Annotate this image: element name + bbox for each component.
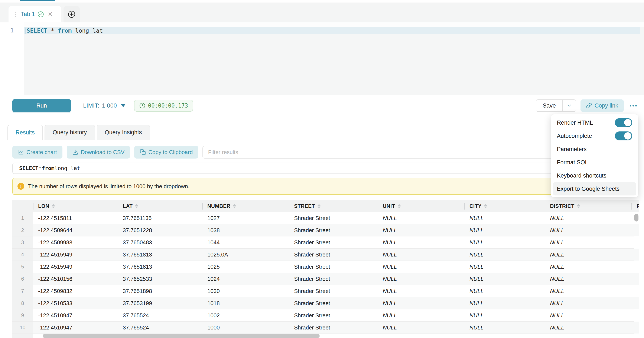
cell-unit: NULL bbox=[378, 224, 464, 236]
menu-item-keyboard-shortcuts[interactable]: Keyboard shortcuts bbox=[551, 169, 638, 182]
limit-dropdown[interactable]: LIMIT: 1 000 bbox=[83, 102, 126, 109]
cell-street: Shrader Street bbox=[289, 236, 378, 248]
row-number: 10 bbox=[12, 321, 33, 333]
menu-item-render-html[interactable]: Render HTML bbox=[551, 116, 638, 129]
cell-street: Shrader Street bbox=[289, 249, 378, 261]
download-to-csv-button[interactable]: Download to CSV bbox=[67, 146, 130, 158]
cell-street: Shrader Street bbox=[289, 273, 378, 285]
table-row[interactable]: 10-122.451094737.7655241000Shrader Stree… bbox=[12, 321, 634, 334]
cell-lat: 37.765524 bbox=[118, 321, 202, 333]
toggle-on[interactable] bbox=[615, 118, 632, 127]
menu-item-autocomplete[interactable]: Autocomplete bbox=[551, 129, 638, 142]
warning-text: The number of rows displayed is limited … bbox=[28, 183, 190, 190]
table-row[interactable]: 4-122.451594937.76518131025.0AShrader St… bbox=[12, 249, 634, 261]
cell-street: Shrader Street bbox=[289, 321, 378, 333]
column-header-district[interactable]: DISTRICT bbox=[545, 200, 632, 212]
tab-drag-handle-icon[interactable]: ⋮ bbox=[12, 11, 18, 18]
column-header-unit[interactable]: UNIT bbox=[378, 200, 464, 212]
cell-city: NULL bbox=[464, 261, 545, 273]
cell-number: 1000 bbox=[202, 321, 289, 333]
cell-lon: -122.4515811 bbox=[33, 212, 118, 224]
column-header-city[interactable]: CITY bbox=[464, 200, 545, 212]
cell-unit: NULL bbox=[378, 212, 464, 224]
more-options-menu: Render HTMLAutocompleteParametersFormat … bbox=[551, 114, 638, 197]
cell-city: NULL bbox=[464, 249, 545, 261]
row-number: 11 bbox=[12, 334, 33, 338]
cell-lon: -122.4510156 bbox=[33, 273, 118, 285]
results-table: LONLATNUMBERSTREETUNITCITYDISTRICTRE 1-1… bbox=[12, 200, 639, 338]
save-button[interactable]: Save bbox=[536, 100, 562, 111]
results-panel: ResultsQuery historyQuery Insights Creat… bbox=[0, 116, 644, 338]
table-row[interactable]: 1-122.451581137.76511351027Shrader Stree… bbox=[12, 212, 634, 224]
column-header-lat[interactable]: LAT bbox=[118, 200, 202, 212]
sql-keyword: from bbox=[58, 27, 72, 34]
table-row[interactable]: 3-122.450998337.76504831044Shrader Stree… bbox=[12, 236, 634, 249]
cell-unit: NULL bbox=[378, 309, 464, 321]
close-tab-icon[interactable]: ✕ bbox=[48, 11, 53, 18]
cell-unit: NULL bbox=[378, 236, 464, 248]
tab-query-history[interactable]: Query history bbox=[44, 125, 95, 140]
editor-caret bbox=[26, 28, 26, 34]
results-actions-row: Create chartDownload to CSVCopy to Clipb… bbox=[12, 146, 635, 158]
new-tab-button[interactable] bbox=[64, 6, 80, 22]
cell-lat: 37.7651135 bbox=[118, 212, 202, 224]
run-button[interactable]: Run bbox=[12, 99, 71, 112]
vertical-scrollbar[interactable] bbox=[634, 214, 638, 222]
sort-icon[interactable] bbox=[135, 204, 138, 208]
limit-label: LIMIT: bbox=[83, 102, 100, 109]
table-row[interactable]: 8-122.451053337.76531991018Shrader Stree… bbox=[12, 297, 634, 309]
editor-code-line[interactable]: SELECT * from long_lat bbox=[27, 27, 103, 34]
sort-icon[interactable] bbox=[318, 204, 320, 208]
copy-link-button[interactable]: Copy link bbox=[580, 99, 624, 112]
sort-icon[interactable] bbox=[398, 204, 401, 208]
column-header-number[interactable]: NUMBER bbox=[202, 200, 289, 212]
cell-lat: 37.7650483 bbox=[118, 236, 202, 248]
menu-item-parameters[interactable]: Parameters bbox=[551, 142, 638, 156]
cell-lat: 37.7651898 bbox=[118, 285, 202, 297]
table-header-row: LONLATNUMBERSTREETUNITCITYDISTRICTRE bbox=[12, 200, 639, 212]
cell-city: NULL bbox=[464, 321, 545, 333]
plus-circle-icon bbox=[68, 11, 76, 18]
toggle-on[interactable] bbox=[615, 131, 632, 140]
cell-unit: NULL bbox=[378, 297, 464, 309]
sort-icon[interactable] bbox=[233, 204, 236, 208]
table-row[interactable]: 5-122.451594937.76518131025Shrader Stree… bbox=[12, 261, 634, 273]
cell-lat: 37.765524 bbox=[118, 309, 202, 321]
table-row[interactable]: 6-122.451015637.76525331024Shrader Stree… bbox=[12, 273, 634, 285]
table-row[interactable]: 7-122.450983237.76518981030Shrader Stree… bbox=[12, 285, 634, 297]
tab-results[interactable]: Results bbox=[8, 125, 43, 140]
cell-lat: 37.7651813 bbox=[118, 249, 202, 261]
query-toolbar: Run LIMIT: 1 000 00:00:00.173 Save bbox=[0, 96, 644, 116]
sort-icon[interactable] bbox=[52, 204, 55, 208]
horizontal-scrollbar[interactable] bbox=[42, 334, 320, 338]
cell-street: Shrader Street bbox=[289, 309, 378, 321]
editor-top-padding bbox=[0, 22, 644, 27]
cell-lon: -122.4510947 bbox=[33, 321, 118, 333]
cell-city: NULL bbox=[464, 224, 545, 236]
cell-unit: NULL bbox=[378, 249, 464, 261]
sort-icon[interactable] bbox=[484, 204, 487, 208]
cell-re bbox=[632, 236, 639, 248]
cell-lon: -122.4510533 bbox=[33, 297, 118, 309]
menu-item-format-sql[interactable]: Format SQL bbox=[551, 156, 638, 169]
cell-number: 1038 bbox=[202, 224, 289, 236]
sort-icon[interactable] bbox=[577, 204, 580, 208]
table-row[interactable]: 2-122.450964437.76512281038Shrader Stree… bbox=[12, 224, 634, 236]
column-header-street[interactable]: STREET bbox=[289, 200, 378, 212]
tab-query-insights[interactable]: Query Insights bbox=[97, 125, 150, 140]
cell-city: NULL bbox=[464, 285, 545, 297]
tab-query-1[interactable]: ⋮ Tab 1 ✕ bbox=[8, 6, 61, 22]
cell-unit: NULL bbox=[378, 334, 464, 338]
copy-to-clipboard-button[interactable]: Copy to Clipboard bbox=[134, 146, 198, 158]
limit-value: 1 000 bbox=[102, 102, 117, 109]
column-header-lon[interactable]: LON bbox=[33, 200, 118, 212]
create-chart-button[interactable]: Create chart bbox=[12, 146, 62, 158]
sql-editor[interactable]: 1 SELECT * from long_lat bbox=[0, 22, 644, 95]
table-row[interactable]: 9-122.451094737.7655241002Shrader Street… bbox=[12, 309, 634, 321]
results-tabs: ResultsQuery historyQuery Insights bbox=[8, 125, 150, 140]
menu-item-export-to-google-sheets[interactable]: Export to Google Sheets bbox=[553, 182, 636, 196]
chart-icon bbox=[18, 149, 24, 155]
more-options-button[interactable] bbox=[628, 103, 638, 109]
column-header-re[interactable]: RE bbox=[632, 200, 639, 212]
save-options-button[interactable] bbox=[562, 100, 576, 111]
